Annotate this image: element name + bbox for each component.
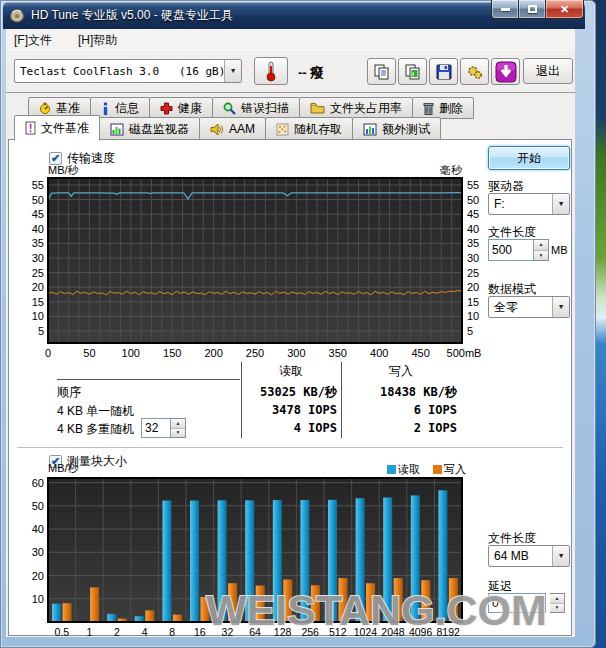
tab-aam-label: AAM [229,122,255,136]
thermometer-icon [265,60,277,82]
svg-text:1: 1 [86,626,92,638]
svg-text:毫秒: 毫秒 [440,164,463,176]
spin-down-icon[interactable]: ▼ [534,251,548,261]
svg-text:35: 35 [467,237,479,249]
file-length-spinner[interactable]: 500 ▲▼ MB [488,239,568,261]
svg-text:2: 2 [114,626,120,638]
block-file-length-dropdown[interactable]: 64 MB ▼ [488,545,570,567]
spin-down-icon[interactable]: ▼ [550,604,564,613]
tab-delete[interactable]: 删除 [412,97,474,119]
spin-up-icon[interactable]: ▲ [534,240,548,251]
copy-image-button[interactable] [398,58,427,85]
menu-file[interactable]: [F]文件 [14,32,52,49]
svg-text:4: 4 [142,626,148,638]
tab-error-scan[interactable]: 错误扫描 [212,97,300,119]
svg-text:25: 25 [467,267,479,279]
row-sequential-label: 顺序 [57,384,81,401]
write-column-header: 写入 [341,363,461,380]
svg-text:5: 5 [467,325,473,337]
svg-text:64: 64 [249,626,261,638]
queue-depth-spinner[interactable]: 32 ▲▼ [141,418,186,438]
data-mode-dropdown[interactable]: 全零 ▼ [488,296,570,318]
spin-up-icon[interactable]: ▲ [550,594,564,604]
spin-down-icon[interactable]: ▼ [171,429,185,438]
file-length-value: 500 [488,239,534,261]
delete-icon [423,102,434,115]
svg-text:150: 150 [163,347,181,359]
svg-text:25: 25 [32,267,44,279]
menu-help[interactable]: [H]帮助 [78,32,117,49]
svg-text:55: 55 [467,179,479,191]
window-title: HD Tune 专业版 v5.00 - 硬盘专业工具 [31,7,233,24]
drive-select[interactable]: Teclast CoolFlash 3.0 (16 gB) ▼ [14,59,242,83]
svg-text:350: 350 [329,347,347,359]
delay-spinner[interactable]: 0 ▲▼ [488,593,565,613]
svg-text:45: 45 [467,208,479,220]
tab-random-access[interactable]: 随机存取 [265,117,353,141]
copy-text-button[interactable] [367,58,396,85]
tab-disk-monitor[interactable]: 磁盘监视器 [99,117,200,141]
svg-text:200: 200 [204,347,222,359]
save-button[interactable] [429,58,458,85]
exit-button[interactable]: 退出 [523,58,573,84]
chevron-down-icon: ▼ [552,546,569,566]
download-button[interactable] [491,58,520,85]
chevron-down-icon: ▼ [552,297,569,317]
start-button[interactable]: 开始 [488,146,570,170]
tab-aam[interactable]: AAM [199,117,266,141]
minimize-button[interactable] [491,0,519,19]
toolbar: Teclast CoolFlash 3.0 (16 gB) ▼ -- 癈 [6,51,575,93]
tab-extra-tests-label: 额外测试 [382,121,430,138]
random-access-icon [276,123,289,136]
tab-strip: 基准 信息 健康 错误扫描 文件夹占用率 [6,93,575,141]
tab-delete-label: 删除 [439,100,463,117]
svg-text:15: 15 [32,296,44,308]
temperature-value: -- 癈 [298,64,323,82]
svg-text:400: 400 [370,347,388,359]
svg-text:8192: 8192 [437,626,461,638]
drive-dropdown[interactable]: F: ▼ [488,193,570,215]
svg-text:!: ! [29,122,33,134]
disk-monitor-icon [110,123,124,136]
tab-file-benchmark[interactable]: ! 文件基准 [14,115,100,141]
spin-up-icon[interactable]: ▲ [171,419,185,429]
tab-extra-tests[interactable]: 额外测试 [352,117,441,141]
row-single-random-write: 6 IOPS [341,403,457,417]
block-size-chart: 605040302010MB/秒读取写入0.512481632641282565… [23,462,493,640]
tab-error-scan-label: 错误扫描 [241,100,289,117]
svg-text:MB/秒: MB/秒 [48,462,80,474]
svg-text:40: 40 [32,223,44,235]
table-rule [57,379,240,380]
gear-icon [466,63,484,81]
svg-text:10: 10 [32,310,44,322]
svg-text:MB/秒: MB/秒 [48,164,80,176]
tab-info-label: 信息 [115,100,139,117]
svg-text:30: 30 [467,252,479,264]
svg-text:32: 32 [222,626,234,638]
svg-text:5: 5 [38,325,44,337]
tab-benchmark-label: 基准 [56,100,80,117]
health-icon [160,102,173,115]
tab-folder-usage[interactable]: 文件夹占用率 [299,97,413,119]
svg-text:35: 35 [32,237,44,249]
tab-health[interactable]: 健康 [149,97,213,119]
menu-bar: [F]文件 [H]帮助 [6,29,575,51]
queue-depth-value: 32 [141,418,171,438]
svg-text:40: 40 [467,223,479,235]
maximize-button[interactable] [519,0,546,19]
drive-dropdown-value: F: [489,197,552,211]
info-icon [101,102,110,115]
svg-text:30: 30 [32,546,44,558]
close-button[interactable]: ✕ [546,0,584,19]
svg-text:512: 512 [329,626,347,638]
svg-text:20: 20 [32,570,44,582]
row-multi-random-label: 4 KB 多重随机 [57,421,134,438]
options-button[interactable] [460,58,489,85]
svg-text:40: 40 [32,523,44,535]
row-sequential-read: 53025 KB/秒 [241,384,337,401]
svg-text:写入: 写入 [444,463,466,475]
block-file-length-value: 64 MB [489,549,552,563]
svg-text:2048: 2048 [381,626,405,638]
temperature-button[interactable] [254,57,288,85]
svg-text:20: 20 [32,281,44,293]
